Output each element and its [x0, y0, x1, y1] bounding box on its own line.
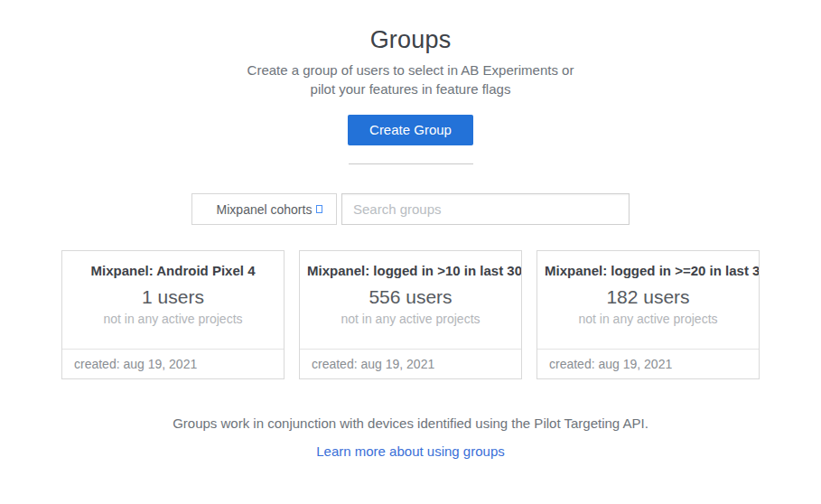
group-cards: Mixpanel: Android Pixel 4 1 users not in…	[0, 250, 821, 379]
group-card-status: not in any active projects	[537, 312, 759, 326]
group-card-user-count: 1 users	[62, 286, 284, 308]
group-card-created: created: aug 19, 2021	[300, 349, 521, 378]
create-group-button[interactable]: Create Group	[348, 115, 473, 145]
group-card[interactable]: Mixpanel: logged in >10 in last 30 ... 5…	[299, 250, 522, 379]
group-card-title: Mixpanel: logged in >=20 in last 30...	[537, 263, 759, 278]
group-card-body: Mixpanel: logged in >=20 in last 30... 1…	[537, 251, 759, 349]
group-card-body: Mixpanel: Android Pixel 4 1 users not in…	[62, 251, 284, 349]
group-card-body: Mixpanel: logged in >10 in last 30 ... 5…	[300, 251, 521, 349]
page-title: Groups	[0, 26, 821, 54]
footer-link-row: Learn more about using groups	[0, 443, 821, 460]
page-subtitle: Create a group of users to select in AB …	[0, 61, 821, 98]
group-card-created: created: aug 19, 2021	[537, 349, 759, 378]
divider	[349, 163, 473, 164]
create-group-row: Create Group	[0, 115, 821, 145]
group-card-title: Mixpanel: Android Pixel 4	[62, 263, 284, 278]
cohort-source-dropdown[interactable]: Mixpanel cohorts	[191, 193, 337, 225]
learn-more-link[interactable]: Learn more about using groups	[316, 443, 504, 459]
group-card-title: Mixpanel: logged in >10 in last 30 ...	[300, 263, 521, 278]
filter-controls: Mixpanel cohorts	[0, 193, 821, 225]
group-card[interactable]: Mixpanel: logged in >=20 in last 30... 1…	[536, 250, 760, 379]
group-card-status: not in any active projects	[300, 312, 521, 326]
dropdown-indicator-icon	[316, 205, 322, 213]
groups-page: Groups Create a group of users to select…	[0, 0, 821, 504]
footer-info-text: Groups work in conjunction with devices …	[0, 415, 821, 431]
group-card-user-count: 182 users	[537, 286, 759, 308]
page-header: Groups Create a group of users to select…	[0, 26, 821, 98]
group-card-user-count: 556 users	[300, 286, 521, 308]
search-groups-input[interactable]	[341, 193, 630, 225]
group-card-created: created: aug 19, 2021	[62, 349, 284, 378]
page-subtitle-line2: pilot your features in feature flags	[0, 79, 821, 98]
group-card-status: not in any active projects	[62, 312, 284, 326]
group-card[interactable]: Mixpanel: Android Pixel 4 1 users not in…	[61, 250, 285, 379]
page-subtitle-line1: Create a group of users to select in AB …	[0, 61, 821, 79]
cohort-source-dropdown-value: Mixpanel cohorts	[217, 202, 313, 217]
